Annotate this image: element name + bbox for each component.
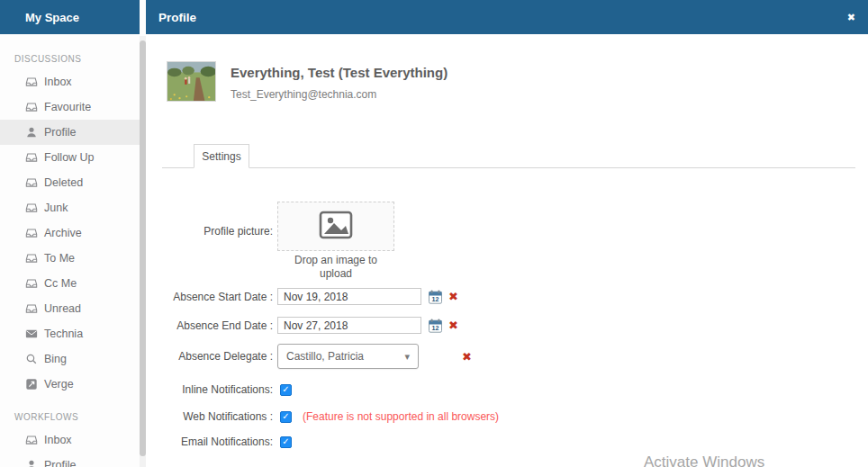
web-notifications-note: (Feature is not supported in all browser… <box>303 410 499 423</box>
page-title: Profile <box>158 11 847 24</box>
inbox-icon <box>25 227 38 239</box>
sidebar-item-to-me[interactable]: To Me <box>0 246 140 271</box>
absence-start-row: Absence Start Date : 12 ✖ <box>146 288 868 305</box>
sidebar-item-technia[interactable]: Technia <box>0 321 140 346</box>
absence-end-row: Absence End Date : 12 ✖ <box>146 317 868 334</box>
sidebar-item-label: Profile <box>44 459 76 467</box>
inbox-icon <box>25 252 38 265</box>
sidebar-item-label: Favourite <box>44 101 91 113</box>
sidebar-item-workflow-profile[interactable]: Profile <box>0 453 140 467</box>
user-icon <box>25 126 38 139</box>
settings-form: Profile picture: Drop an image to upload <box>146 202 868 448</box>
sidebar-item-label: Inbox <box>44 434 72 446</box>
absence-start-input[interactable] <box>277 288 421 305</box>
web-notifications-row: Web Notifications : ✓ (Feature is not su… <box>146 410 868 423</box>
profile-name: Everything, Test (Test Everything) <box>231 65 448 80</box>
clear-delegate-icon[interactable]: ✖ <box>462 351 472 363</box>
profile-header: Everything, Test (Test Everything) Test_… <box>146 61 868 102</box>
dropzone-wrap: Drop an image to upload <box>277 202 394 281</box>
sidebar-title: My Space <box>25 11 79 24</box>
sidebar-item-verge[interactable]: Verge <box>0 372 140 397</box>
activate-windows-watermark: Activate Windows <box>644 454 764 467</box>
sidebar-item-label: Follow Up <box>44 151 95 164</box>
tab-settings[interactable]: Settings <box>194 144 249 168</box>
profile-identity: Everything, Test (Test Everything) Test_… <box>231 61 448 102</box>
sidebar: My Space DISCUSSIONS Inbox Favourite Pro… <box>0 0 146 467</box>
sidebar-scrollbar[interactable] <box>140 36 146 467</box>
profile-email: Test_Everything@technia.com <box>231 88 448 101</box>
inbox-icon <box>25 151 38 164</box>
search-icon <box>25 353 38 365</box>
sidebar-item-label: Inbox <box>44 76 72 88</box>
absence-delegate-label: Absence Delegate : <box>146 350 277 363</box>
inline-notifications-row: Inline Notifications: ✓ <box>146 383 868 396</box>
sidebar-item-inbox[interactable]: Inbox <box>0 69 140 94</box>
check-icon: ✓ <box>282 412 289 421</box>
sidebar-item-workflow-inbox[interactable]: Inbox <box>0 427 140 453</box>
absence-start-label: Absence Start Date : <box>146 291 277 303</box>
inbox-icon <box>25 76 38 88</box>
main-header: Profile ✖ <box>146 0 868 34</box>
app-window: My Space DISCUSSIONS Inbox Favourite Pro… <box>0 0 868 467</box>
sidebar-item-label: Unread <box>44 302 81 315</box>
inbox-icon <box>25 176 38 189</box>
check-icon: ✓ <box>282 437 289 446</box>
sidebar-item-bing[interactable]: Bing <box>0 346 140 372</box>
sidebar-item-archive[interactable]: Archive <box>0 220 140 246</box>
calendar-icon[interactable]: 12 <box>429 290 442 304</box>
image-dropzone[interactable] <box>277 202 394 251</box>
web-notifications-checkbox[interactable]: ✓ <box>280 411 292 423</box>
envelope-icon <box>25 328 38 340</box>
inline-notifications-checkbox[interactable]: ✓ <box>280 384 292 396</box>
sidebar-item-label: Technia <box>44 328 83 340</box>
sidebar-item-favourite[interactable]: Favourite <box>0 94 140 120</box>
sidebar-item-label: Deleted <box>44 176 83 189</box>
clear-date-icon[interactable]: ✖ <box>448 319 458 331</box>
sidebar-header: My Space <box>0 0 140 34</box>
tab-bar: Settings <box>162 144 855 168</box>
email-notifications-row: Email Notifications: ✓ <box>146 436 868 448</box>
sidebar-item-profile[interactable]: Profile <box>0 120 140 145</box>
svg-text:12: 12 <box>432 324 439 332</box>
profile-picture-row: Profile picture: Drop an image to upload <box>146 202 868 281</box>
sidebar-item-label: Cc Me <box>44 277 77 290</box>
scrollbar-thumb[interactable] <box>140 40 146 456</box>
image-icon <box>319 211 353 243</box>
dropzone-caption: Drop an image to upload <box>277 254 394 281</box>
main-panel: Profile ✖ <box>146 0 868 467</box>
section-workflows: WORKFLOWS <box>0 412 140 422</box>
calendar-icon[interactable]: 12 <box>429 319 442 333</box>
avatar <box>167 61 216 102</box>
profile-picture-label: Profile picture: <box>146 202 277 238</box>
sidebar-item-unread[interactable]: Unread <box>0 296 140 321</box>
inbox-icon <box>25 101 38 113</box>
inbox-icon <box>25 302 38 315</box>
inline-notifications-label: Inline Notifications: <box>146 383 277 396</box>
svg-text:12: 12 <box>432 295 439 303</box>
sidebar-item-label: Bing <box>44 353 67 365</box>
sidebar-item-follow-up[interactable]: Follow Up <box>0 145 140 170</box>
absence-end-input[interactable] <box>277 317 421 334</box>
inbox-icon <box>25 277 38 290</box>
section-discussions: DISCUSSIONS <box>0 54 140 64</box>
absence-end-label: Absence End Date : <box>146 319 277 332</box>
sidebar-nav: DISCUSSIONS Inbox Favourite Profile Foll… <box>0 34 140 467</box>
sidebar-item-label: Verge <box>44 378 74 391</box>
user-icon <box>25 459 38 467</box>
inbox-icon <box>25 202 38 214</box>
sidebar-item-cc-me[interactable]: Cc Me <box>0 271 140 296</box>
clear-date-icon[interactable]: ✖ <box>448 291 458 302</box>
web-notifications-label: Web Notifications : <box>146 410 277 423</box>
sidebar-item-label: Junk <box>44 202 68 214</box>
absence-delegate-select[interactable]: Castillo, Patricia ▾ <box>277 344 419 369</box>
sidebar-item-label: Profile <box>44 126 76 139</box>
email-notifications-checkbox[interactable]: ✓ <box>280 436 292 448</box>
external-link-square-icon <box>25 378 38 391</box>
close-icon[interactable]: ✖ <box>847 12 855 23</box>
caret-down-icon: ▾ <box>404 351 410 363</box>
absence-delegate-row: Absence Delegate : Castillo, Patricia ▾ … <box>146 344 868 369</box>
sidebar-item-deleted[interactable]: Deleted <box>0 170 140 195</box>
inbox-icon <box>25 434 38 446</box>
sidebar-item-junk[interactable]: Junk <box>0 195 140 220</box>
selected-delegate: Castillo, Patricia <box>286 350 404 363</box>
